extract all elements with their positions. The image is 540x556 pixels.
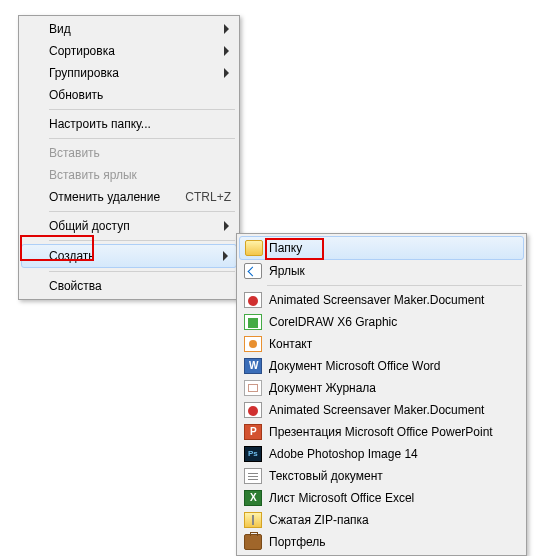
shortcut-icon <box>244 262 262 280</box>
menu-label: Вставить <box>49 146 231 160</box>
menu-item-customize-folder[interactable]: Настроить папку... <box>21 113 237 135</box>
menu-item-undo-delete[interactable]: Отменить удаление CTRL+Z <box>21 186 237 208</box>
chevron-right-icon <box>224 46 229 56</box>
submenu-item-shortcut[interactable]: Ярлык <box>239 260 524 282</box>
submenu-item-asm-doc[interactable]: Animated Screensaver Maker.Document <box>239 289 524 311</box>
briefcase-icon <box>244 533 262 551</box>
submenu-label: Текстовый документ <box>269 469 518 483</box>
coreldraw-icon <box>244 313 262 331</box>
menu-item-create[interactable]: Создать <box>21 244 237 268</box>
chevron-right-icon <box>223 251 228 261</box>
menu-separator <box>49 271 235 272</box>
submenu-label: Adobe Photoshop Image 14 <box>269 447 518 461</box>
menu-separator <box>49 138 235 139</box>
submenu-item-journal[interactable]: Документ Журнала <box>239 377 524 399</box>
menu-label: Создать <box>49 249 231 263</box>
menu-separator <box>49 109 235 110</box>
zip-icon <box>244 511 262 529</box>
submenu-label: Документ Microsoft Office Word <box>269 359 518 373</box>
menu-item-paste-shortcut: Вставить ярлык <box>21 164 237 186</box>
submenu-label: Animated Screensaver Maker.Document <box>269 293 518 307</box>
submenu-item-powerpoint[interactable]: Презентация Microsoft Office PowerPoint <box>239 421 524 443</box>
submenu-label: CorelDRAW X6 Graphic <box>269 315 518 329</box>
menu-separator <box>49 240 235 241</box>
submenu-item-excel[interactable]: Лист Microsoft Office Excel <box>239 487 524 509</box>
chevron-right-icon <box>224 221 229 231</box>
submenu-label: Документ Журнала <box>269 381 518 395</box>
submenu-label: Папку <box>269 241 518 255</box>
submenu-item-briefcase[interactable]: Портфель <box>239 531 524 553</box>
menu-label: Свойства <box>49 279 231 293</box>
menu-label: Группировка <box>49 66 231 80</box>
menu-label: Обновить <box>49 88 231 102</box>
create-submenu[interactable]: Папку Ярлык Animated Screensaver Maker.D… <box>236 233 527 556</box>
submenu-label: Лист Microsoft Office Excel <box>269 491 518 505</box>
journal-icon <box>244 379 262 397</box>
menu-item-share[interactable]: Общий доступ <box>21 215 237 237</box>
menu-label: Настроить папку... <box>49 117 231 131</box>
submenu-item-word[interactable]: Документ Microsoft Office Word <box>239 355 524 377</box>
submenu-item-folder[interactable]: Папку <box>239 236 524 260</box>
submenu-item-asm-doc2[interactable]: Animated Screensaver Maker.Document <box>239 399 524 421</box>
excel-icon <box>244 489 262 507</box>
text-icon <box>244 467 262 485</box>
menu-label: Отменить удаление <box>49 190 165 204</box>
document-icon <box>244 401 262 419</box>
context-menu[interactable]: Вид Сортировка Группировка Обновить Наст… <box>18 15 240 300</box>
menu-separator <box>267 285 522 286</box>
menu-label: Сортировка <box>49 44 231 58</box>
submenu-item-text[interactable]: Текстовый документ <box>239 465 524 487</box>
menu-shortcut: CTRL+Z <box>185 190 231 204</box>
submenu-label: Презентация Microsoft Office PowerPoint <box>269 425 518 439</box>
submenu-item-zip[interactable]: Сжатая ZIP-папка <box>239 509 524 531</box>
menu-item-sort[interactable]: Сортировка <box>21 40 237 62</box>
menu-item-view[interactable]: Вид <box>21 18 237 40</box>
chevron-right-icon <box>224 24 229 34</box>
menu-label: Вид <box>49 22 231 36</box>
submenu-label: Animated Screensaver Maker.Document <box>269 403 518 417</box>
menu-label: Вставить ярлык <box>49 168 231 182</box>
menu-item-refresh[interactable]: Обновить <box>21 84 237 106</box>
photoshop-icon <box>244 445 262 463</box>
submenu-item-contact[interactable]: Контакт <box>239 333 524 355</box>
contact-icon <box>244 335 262 353</box>
powerpoint-icon <box>244 423 262 441</box>
submenu-label: Портфель <box>269 535 518 549</box>
submenu-label: Сжатая ZIP-папка <box>269 513 518 527</box>
menu-item-paste: Вставить <box>21 142 237 164</box>
menu-item-group[interactable]: Группировка <box>21 62 237 84</box>
submenu-item-photoshop[interactable]: Adobe Photoshop Image 14 <box>239 443 524 465</box>
folder-icon <box>245 239 263 257</box>
menu-separator <box>49 211 235 212</box>
submenu-label: Ярлык <box>269 264 518 278</box>
submenu-label: Контакт <box>269 337 518 351</box>
menu-item-properties[interactable]: Свойства <box>21 275 237 297</box>
menu-label: Общий доступ <box>49 219 231 233</box>
word-icon <box>244 357 262 375</box>
chevron-right-icon <box>224 68 229 78</box>
submenu-item-coreldraw[interactable]: CorelDRAW X6 Graphic <box>239 311 524 333</box>
document-icon <box>244 291 262 309</box>
